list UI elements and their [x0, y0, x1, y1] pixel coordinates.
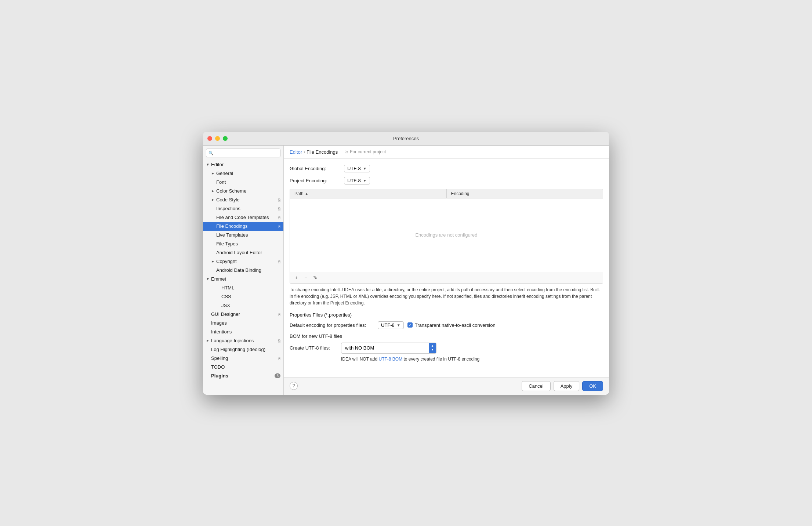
maximize-button[interactable]	[223, 136, 228, 141]
arrow-icon	[211, 268, 216, 272]
sidebar-item-file-types[interactable]: File Types	[203, 240, 283, 248]
sidebar-item-file-code-templates[interactable]: File and Code Templates ⎘	[203, 213, 283, 222]
project-encoding-dropdown[interactable]: UTF-8 ▼	[344, 177, 370, 185]
arrow-icon	[211, 207, 216, 211]
dialog-footer: ? Cancel Apply OK	[284, 377, 609, 395]
col-encoding-label: Encoding	[451, 191, 470, 196]
arrow-icon: ►	[211, 171, 216, 175]
table-header: Path ▲ Encoding	[290, 189, 603, 198]
chevron-down-icon: ▼	[363, 167, 367, 171]
project-icon: 🗂	[344, 150, 348, 154]
plugins-badge: 6	[275, 373, 280, 378]
create-utf8-label: Create UTF-8 files:	[290, 345, 337, 351]
table-body: Encodings are not configured	[290, 198, 603, 272]
close-button[interactable]	[207, 136, 212, 141]
global-encoding-dropdown[interactable]: UTF-8 ▼	[344, 165, 370, 172]
arrow-icon: ▼	[206, 162, 211, 167]
sidebar-item-code-style[interactable]: ► Code Style ⎘	[203, 196, 283, 204]
sidebar-item-live-templates[interactable]: Live Templates	[203, 231, 283, 240]
sidebar-item-css[interactable]: CSS	[203, 292, 283, 301]
minimize-button[interactable]	[215, 136, 220, 141]
sidebar-item-images[interactable]: Images	[203, 319, 283, 328]
breadcrumb-parent[interactable]: Editor	[290, 149, 302, 155]
sidebar-item-label: Code Style	[216, 197, 276, 202]
ok-button[interactable]: OK	[582, 381, 603, 391]
sidebar-item-label: Android Layout Editor	[216, 250, 280, 255]
default-encoding-dropdown[interactable]: UTF-8 ▼	[378, 321, 404, 329]
arrow-icon: ►	[206, 339, 211, 343]
sidebar-item-copyright[interactable]: ► Copyright ⎘	[203, 257, 283, 266]
sidebar-item-general[interactable]: ► General	[203, 169, 283, 178]
for-current-project-label: For current project	[350, 149, 386, 154]
copy-icon: ⎘	[278, 259, 280, 264]
arrow-icon: ►	[211, 259, 216, 263]
search-box[interactable]: 🔍	[206, 149, 280, 157]
sidebar-item-jsx[interactable]: JSX	[203, 301, 283, 310]
sidebar-item-emmet[interactable]: ▼ Emmet	[203, 275, 283, 284]
sidebar-item-gui-designer[interactable]: GUI Designer ⎘	[203, 310, 283, 319]
sidebar-item-plugins[interactable]: Plugins 6	[203, 372, 283, 380]
arrow-icon: ►	[211, 189, 216, 193]
sidebar-item-todo[interactable]: TODO	[203, 363, 283, 372]
edit-button[interactable]: ✎	[311, 274, 319, 282]
sidebar-item-label: Plugins	[211, 373, 273, 379]
sidebar-item-label: Live Templates	[216, 232, 280, 238]
props-section-title: Properties Files (*.properties)	[290, 312, 603, 318]
cancel-button[interactable]: Cancel	[522, 381, 550, 391]
sidebar-item-editor[interactable]: ▼ Editor	[203, 160, 283, 169]
main-content: 🔍 ▼ Editor ► General Font ► Color Scheme	[203, 146, 609, 395]
transparent-checkbox[interactable]: ✓	[407, 322, 413, 328]
empty-message: Encodings are not configured	[415, 232, 477, 238]
table-toolbar: + − ✎	[290, 272, 603, 283]
help-button[interactable]: ?	[290, 382, 298, 390]
arrow-icon	[206, 330, 211, 334]
bom-note: IDEA will NOT add UTF-8 BOM to every cre…	[341, 357, 603, 362]
search-input[interactable]	[206, 149, 280, 157]
sidebar-item-android-data-binding[interactable]: Android Data Binding	[203, 266, 283, 275]
sidebar-item-file-encodings[interactable]: File Encodings ⎘	[203, 222, 283, 231]
bom-row: Create UTF-8 files: with NO BOM ▲ ▼	[290, 343, 603, 354]
sidebar-item-label: Copyright	[216, 259, 276, 264]
sidebar-item-android-layout-editor[interactable]: Android Layout Editor	[203, 248, 283, 257]
arrow-icon	[206, 347, 211, 351]
sidebar-item-log-highlighting[interactable]: Log Highlighting (Ideolog)	[203, 345, 283, 354]
sidebar-item-language-injections[interactable]: ► Language Injections ⎘	[203, 336, 283, 345]
sidebar-item-color-scheme[interactable]: ► Color Scheme	[203, 187, 283, 196]
arrow-icon	[216, 303, 221, 307]
spinner-button[interactable]: ▲ ▼	[429, 343, 436, 353]
bom-note-link[interactable]: UTF-8 BOM	[378, 357, 402, 362]
arrow-icon	[216, 286, 221, 290]
sidebar-item-font[interactable]: Font	[203, 178, 283, 187]
sidebar-item-inspections[interactable]: Inspections ⎘	[203, 204, 283, 213]
copy-icon: ⎘	[278, 339, 280, 343]
arrow-icon	[206, 321, 211, 325]
sidebar-item-label: File and Code Templates	[216, 215, 276, 220]
sidebar-item-spelling[interactable]: Spelling ⎘	[203, 354, 283, 363]
sidebar-item-label: Images	[211, 320, 280, 326]
sidebar-item-intentions[interactable]: Intentions	[203, 328, 283, 336]
arrow-icon	[211, 233, 216, 237]
props-row: Default encoding for properties files: U…	[290, 321, 603, 329]
right-panel: Editor › File Encodings 🗂 For current pr…	[284, 146, 609, 395]
copy-icon: ⎘	[278, 312, 280, 317]
arrow-icon	[216, 295, 221, 299]
footer-left: ?	[290, 382, 519, 390]
arrow-icon	[206, 356, 211, 360]
remove-button[interactable]: −	[302, 274, 310, 282]
project-encoding-value: UTF-8	[347, 178, 361, 183]
create-utf8-dropdown[interactable]: with NO BOM ▲ ▼	[341, 343, 436, 354]
create-utf8-value: with NO BOM	[341, 344, 429, 352]
titlebar: Preferences	[203, 132, 609, 146]
sidebar-item-label: General	[216, 171, 280, 176]
apply-button[interactable]: Apply	[554, 381, 580, 391]
sidebar-item-label: Spelling	[211, 355, 276, 361]
sidebar-item-label: HTML	[221, 285, 280, 291]
add-button[interactable]: +	[292, 274, 300, 282]
panel-body: Global Encoding: UTF-8 ▼ Project Encodin…	[284, 159, 609, 377]
col-encoding-header: Encoding	[446, 189, 603, 198]
arrow-icon	[211, 242, 216, 246]
sidebar-item-html[interactable]: HTML	[203, 284, 283, 292]
transparent-checkbox-row[interactable]: ✓ Transparent native-to-ascii conversion	[407, 322, 496, 328]
panel-header: Editor › File Encodings 🗂 For current pr…	[284, 146, 609, 159]
sidebar-item-label: File Types	[216, 241, 280, 246]
